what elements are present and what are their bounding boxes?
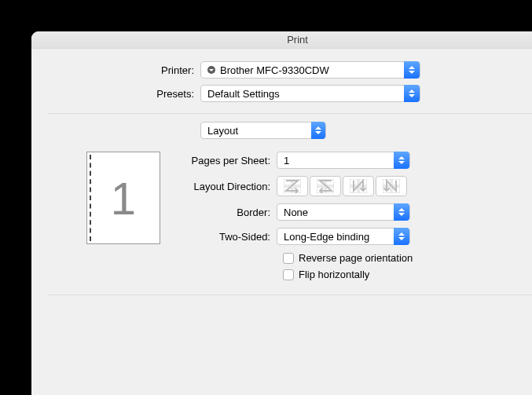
layout-direction-s-icon[interactable]	[310, 176, 341, 196]
separator	[47, 294, 532, 295]
separator	[47, 113, 532, 114]
printer-value: Brother MFC-9330CDW	[220, 64, 329, 76]
layout-direction-n-icon[interactable]	[343, 176, 374, 196]
layout-direction-group	[277, 176, 407, 196]
updown-icon	[394, 203, 409, 221]
window-title: Print	[287, 34, 308, 46]
updown-icon	[404, 85, 420, 102]
two-sided-label: Two-Sided:	[174, 231, 277, 243]
pages-per-sheet-select[interactable]: 1	[277, 152, 410, 169]
section-value: Layout	[207, 125, 238, 137]
reverse-orientation-label: Reverse page orientation	[299, 252, 413, 264]
presets-select[interactable]: Default Settings	[200, 85, 420, 102]
pages-per-sheet-label: Pages per Sheet:	[174, 155, 277, 166]
titlebar: Print	[31, 31, 532, 49]
border-label: Border:	[174, 207, 277, 218]
layout-direction-reverse-n-icon[interactable]	[376, 176, 407, 196]
printer-label: Printer:	[47, 64, 200, 76]
print-dialog: Print Printer: Brother MFC-9330CDW Prese…	[31, 31, 532, 395]
flip-horizontally-label: Flip horizontally	[299, 269, 369, 280]
updown-icon	[394, 228, 409, 245]
border-select[interactable]: None	[277, 203, 410, 221]
presets-value: Default Settings	[207, 88, 280, 100]
pages-per-sheet-value: 1	[284, 155, 289, 166]
content: Printer: Brother MFC-9330CDW Presets: De…	[31, 49, 532, 395]
reverse-orientation-checkbox[interactable]	[283, 253, 294, 264]
updown-icon	[404, 61, 420, 79]
layout-direction-label: Layout Direction:	[174, 181, 277, 192]
updown-icon	[311, 122, 325, 139]
preview-page-number: 1	[111, 172, 136, 225]
layout-direction-z-icon[interactable]	[277, 176, 308, 196]
printer-status-icon	[207, 66, 215, 74]
printer-select[interactable]: Brother MFC-9330CDW	[200, 61, 420, 79]
border-value: None	[284, 207, 308, 218]
two-sided-select[interactable]: Long-Edge binding	[277, 228, 410, 245]
updown-icon	[394, 152, 409, 169]
two-sided-value: Long-Edge binding	[284, 231, 369, 243]
page-preview: 1	[86, 152, 160, 244]
presets-label: Presets:	[47, 88, 200, 100]
flip-horizontally-checkbox[interactable]	[283, 269, 294, 280]
section-select[interactable]: Layout	[200, 122, 326, 139]
